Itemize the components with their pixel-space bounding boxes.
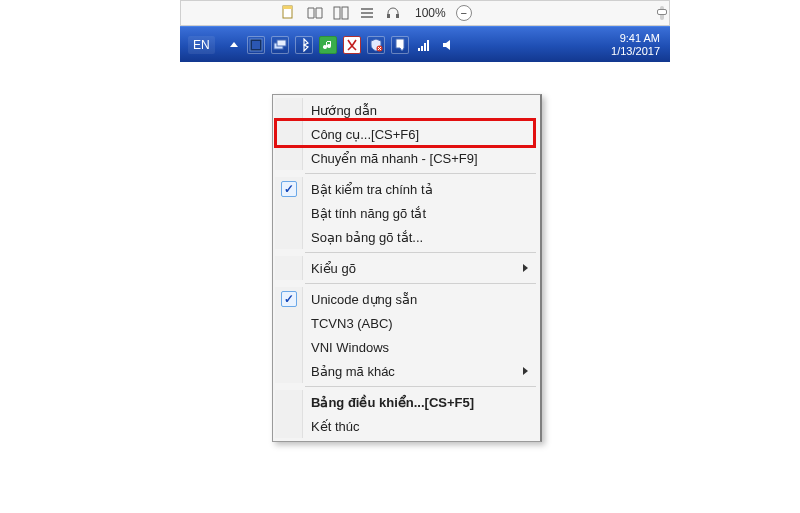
menu-item[interactable]: TCVN3 (ABC): [275, 311, 538, 335]
signal-icon[interactable]: [415, 36, 433, 54]
svg-rect-5: [334, 7, 340, 19]
tray-app-icon[interactable]: [247, 36, 265, 54]
menu-gutter: ✓: [275, 177, 303, 201]
taskbar: EN 9:41 AM 1/13/2017: [180, 26, 670, 62]
viewer-toolbar: 100% −: [180, 0, 670, 26]
menu-gutter: [275, 146, 303, 170]
svg-rect-7: [387, 14, 390, 18]
lines-icon[interactable]: [359, 5, 375, 21]
submenu-arrow-icon: [523, 367, 528, 375]
menu-separator: [305, 252, 536, 253]
menu-gutter: [275, 335, 303, 359]
zoom-value: 100%: [415, 6, 446, 20]
menu-item[interactable]: Soạn bảng gõ tắt...: [275, 225, 538, 249]
menu-item[interactable]: Công cụ...[CS+F6]: [275, 122, 538, 146]
menu-item[interactable]: Bảng mã khác: [275, 359, 538, 383]
svg-rect-4: [283, 6, 292, 9]
volume-icon[interactable]: [439, 36, 457, 54]
menu-item-label: TCVN3 (ABC): [311, 316, 528, 331]
clock-date: 1/13/2017: [611, 45, 660, 58]
bluetooth-icon[interactable]: [295, 36, 313, 54]
menu-item[interactable]: VNI Windows: [275, 335, 538, 359]
menu-gutter: [275, 225, 303, 249]
clock[interactable]: 9:41 AM 1/13/2017: [611, 32, 660, 57]
menu-item[interactable]: Kiểu gõ: [275, 256, 538, 280]
language-indicator[interactable]: EN: [188, 36, 215, 54]
menu-item[interactable]: ✓Bật kiểm tra chính tả: [275, 177, 538, 201]
svg-rect-10: [252, 41, 260, 49]
svg-rect-6: [342, 7, 348, 19]
menu-gutter: [275, 359, 303, 383]
menu-item-label: Hướng dẫn: [311, 103, 528, 118]
unikey-icon[interactable]: [343, 36, 361, 54]
system-tray: [227, 36, 457, 54]
music-icon[interactable]: [319, 36, 337, 54]
menu-item[interactable]: ✓Unicode dựng sẵn: [275, 287, 538, 311]
columns-icon[interactable]: [333, 5, 349, 21]
zoom-out-button[interactable]: −: [456, 5, 472, 21]
menu-item[interactable]: Hướng dẫn: [275, 98, 538, 122]
menu-gutter: [275, 98, 303, 122]
menu-item-label: Công cụ...[CS+F6]: [311, 127, 528, 142]
menu-gutter: [275, 390, 303, 414]
menu-separator: [305, 386, 536, 387]
menu-gutter: ✓: [275, 287, 303, 311]
unikey-context-menu: Hướng dẫnCông cụ...[CS+F6]Chuyển mã nhan…: [272, 94, 542, 442]
security-alert-icon[interactable]: [367, 36, 385, 54]
check-icon: ✓: [281, 181, 297, 197]
svg-rect-14: [418, 48, 420, 51]
network-center-icon[interactable]: [271, 36, 289, 54]
menu-item-label: Unicode dựng sẵn: [311, 292, 528, 307]
page-icon[interactable]: [281, 5, 297, 21]
menu-item[interactable]: Bật tính năng gõ tắt: [275, 201, 538, 225]
action-center-icon[interactable]: [391, 36, 409, 54]
submenu-arrow-icon: [523, 264, 528, 272]
menu-item-label: Chuyển mã nhanh - [CS+F9]: [311, 151, 528, 166]
svg-rect-17: [427, 40, 429, 51]
menu-gutter: [275, 122, 303, 146]
menu-item-label: Bảng mã khác: [311, 364, 517, 379]
clock-time: 9:41 AM: [611, 32, 660, 45]
svg-rect-15: [421, 46, 423, 51]
check-icon: ✓: [281, 291, 297, 307]
show-hidden-icon[interactable]: [230, 42, 238, 47]
svg-rect-8: [396, 14, 399, 18]
menu-item-label: Kiểu gõ: [311, 261, 517, 276]
book-open-icon[interactable]: [307, 5, 323, 21]
menu-item-label: Bảng điều khiển...[CS+F5]: [311, 395, 528, 410]
menu-gutter: [275, 414, 303, 438]
menu-separator: [305, 173, 536, 174]
menu-item-label: Bật kiểm tra chính tả: [311, 182, 528, 197]
menu-gutter: [275, 201, 303, 225]
menu-item-label: Kết thúc: [311, 419, 528, 434]
svg-rect-12: [277, 40, 286, 46]
zoom-slider[interactable]: [656, 2, 668, 24]
menu-gutter: [275, 256, 303, 280]
headphones-icon[interactable]: [385, 5, 401, 21]
menu-item[interactable]: Kết thúc: [275, 414, 538, 438]
menu-gutter: [275, 311, 303, 335]
menu-separator: [305, 283, 536, 284]
menu-item-label: Soạn bảng gõ tắt...: [311, 230, 528, 245]
menu-item[interactable]: Chuyển mã nhanh - [CS+F9]: [275, 146, 538, 170]
menu-item-label: VNI Windows: [311, 340, 528, 355]
svg-rect-16: [424, 43, 426, 51]
menu-item-label: Bật tính năng gõ tắt: [311, 206, 528, 221]
menu-item[interactable]: Bảng điều khiển...[CS+F5]: [275, 390, 538, 414]
